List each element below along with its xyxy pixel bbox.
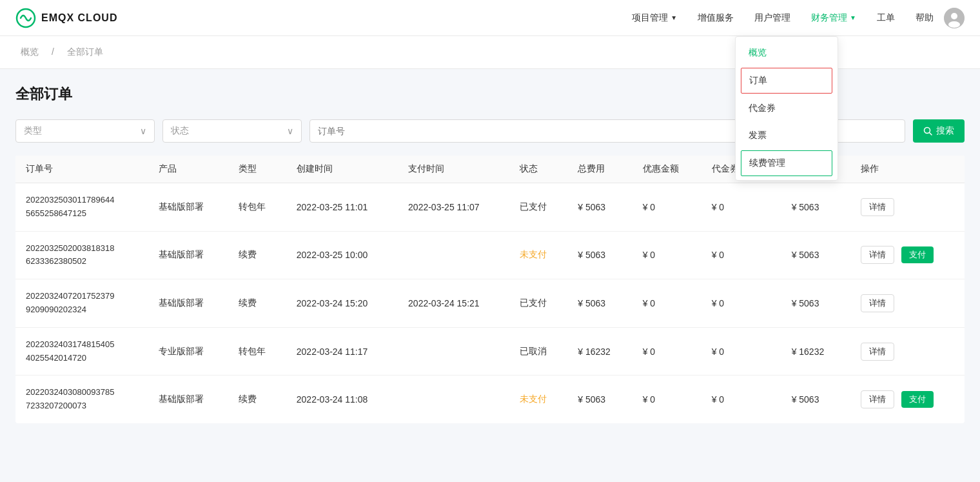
finance-dropdown-menu: 概览 订单 代金券 发票 续费管理 [735,36,838,181]
table-body: 20220325030117896445655258647125 基础版部署 转… [15,183,965,423]
orders-table-container: 订单号 产品 类型 创建时间 支付时间 状态 总费用 优惠金额 代金券抵扣 支付… [15,156,965,423]
cell-discount: ¥ 0 [632,231,701,279]
cell-actions: 详情 [850,183,965,232]
col-actions: 操作 [850,156,965,183]
dropdown-item-coupon[interactable]: 代金券 [736,95,838,122]
cell-type: 转包年 [228,327,286,376]
cell-payment: ¥ 16232 [781,327,850,376]
cell-actions: 详情 [850,327,965,376]
logo-icon [15,8,36,28]
type-filter[interactable]: 类型 ∨ [15,119,155,143]
nav-item-finance[interactable]: 财务管理 ▼ [811,12,856,24]
cell-discount: ¥ 0 [632,327,701,376]
chevron-down-icon-type: ∨ [140,126,146,136]
breadcrumb-overview[interactable]: 概览 [21,46,39,57]
cell-coupon: ¥ 0 [701,183,781,232]
cell-paid-at: 2022-03-24 15:21 [398,279,509,328]
cell-discount: ¥ 0 [632,279,701,328]
cell-created-at: 2022-03-25 11:01 [286,183,398,232]
cell-order-id: 20220325020038183186233362380502 [15,231,148,279]
cell-actions: 详情 支付 [850,376,965,423]
orders-table: 订单号 产品 类型 创建时间 支付时间 状态 总费用 优惠金额 代金券抵扣 支付… [15,156,965,423]
cell-product: 基础版部署 [148,376,228,423]
cell-created-at: 2022-03-24 11:17 [286,327,398,376]
cell-total: ¥ 5063 [567,231,632,279]
nav-item-value-added[interactable]: 增值服务 [698,12,734,24]
cell-total: ¥ 16232 [567,327,632,376]
cell-product: 基础版部署 [148,183,228,232]
col-total: 总费用 [567,156,632,183]
table-row: 20220325030117896445655258647125 基础版部署 转… [15,183,965,232]
svg-line-5 [930,133,932,136]
cell-paid-at [398,231,509,279]
pay-button[interactable]: 支付 [901,391,934,408]
cell-status: 已支付 [509,183,567,232]
table-row: 20220324072017523799209090202324 基础版部署 续… [15,279,965,328]
table-row: 20220324031748154054025542014720 专业版部署 转… [15,327,965,376]
search-button[interactable]: 搜索 [913,119,965,143]
cell-created-at: 2022-03-24 15:20 [286,279,398,328]
cell-payment: ¥ 5063 [781,231,850,279]
col-paid-at: 支付时间 [398,156,509,183]
cell-discount: ¥ 0 [632,376,701,423]
nav-item-project[interactable]: 项目管理 ▼ [632,12,677,24]
nav-item-work-order[interactable]: 工单 [877,12,895,24]
breadcrumb-separator: / [52,46,57,57]
cell-payment: ¥ 5063 [781,279,850,328]
breadcrumb-current: 全部订单 [67,46,103,57]
cell-payment: ¥ 5063 [781,183,850,232]
detail-button[interactable]: 详情 [861,343,894,361]
search-icon [923,126,932,136]
cell-status: 未支付 [509,231,567,279]
col-discount: 优惠金额 [632,156,701,183]
chevron-down-icon-finance: ▼ [850,14,856,21]
cell-actions: 详情 [850,279,965,328]
detail-button[interactable]: 详情 [861,390,894,408]
cell-type: 续费 [228,376,286,423]
cell-total: ¥ 5063 [567,376,632,423]
cell-paid-at [398,376,509,423]
cell-total: ¥ 5063 [567,279,632,328]
col-status: 状态 [509,156,567,183]
cell-product: 专业版部署 [148,327,228,376]
cell-paid-at: 2022-03-25 11:07 [398,183,509,232]
svg-point-3 [948,21,960,28]
main-nav: 项目管理 ▼ 增值服务 用户管理 财务管理 ▼ 工单 帮助 [632,12,934,24]
cell-discount: ¥ 0 [632,183,701,232]
col-type: 类型 [228,156,286,183]
cell-total: ¥ 5063 [567,183,632,232]
cell-order-id: 20220324031748154054025542014720 [15,327,148,376]
col-order-id: 订单号 [15,156,148,183]
cell-order-id: 20220324030800937857233207200073 [15,376,148,423]
pay-button[interactable]: 支付 [901,246,934,263]
status-filter[interactable]: 状态 ∨ [162,119,302,143]
col-created-at: 创建时间 [286,156,398,183]
cell-actions: 详情 支付 [850,231,965,279]
cell-payment: ¥ 5063 [781,376,850,423]
cell-product: 基础版部署 [148,231,228,279]
detail-button[interactable]: 详情 [861,198,894,216]
dropdown-item-overview[interactable]: 概览 [736,39,838,66]
chevron-down-icon-status: ∨ [287,126,293,136]
dropdown-item-invoice[interactable]: 发票 [736,122,838,149]
cell-coupon: ¥ 0 [701,279,781,328]
cell-status: 已支付 [509,279,567,328]
dropdown-item-renewal[interactable]: 续费管理 [741,150,832,176]
avatar[interactable] [944,8,965,28]
cell-coupon: ¥ 0 [701,327,781,376]
cell-coupon: ¥ 0 [701,376,781,423]
cell-product: 基础版部署 [148,279,228,328]
dropdown-item-order[interactable]: 订单 [741,68,832,94]
cell-created-at: 2022-03-25 10:00 [286,231,398,279]
cell-order-id: 20220325030117896445655258647125 [15,183,148,232]
chevron-down-icon: ▼ [671,14,677,21]
cell-created-at: 2022-03-24 11:08 [286,376,398,423]
detail-button[interactable]: 详情 [861,294,894,312]
table-row: 20220325020038183186233362380502 基础版部署 续… [15,231,965,279]
cell-status: 未支付 [509,376,567,423]
nav-item-help[interactable]: 帮助 [916,12,934,24]
col-product: 产品 [148,156,228,183]
cell-status: 已取消 [509,327,567,376]
detail-button[interactable]: 详情 [861,246,894,264]
nav-item-user-mgmt[interactable]: 用户管理 [754,12,790,24]
